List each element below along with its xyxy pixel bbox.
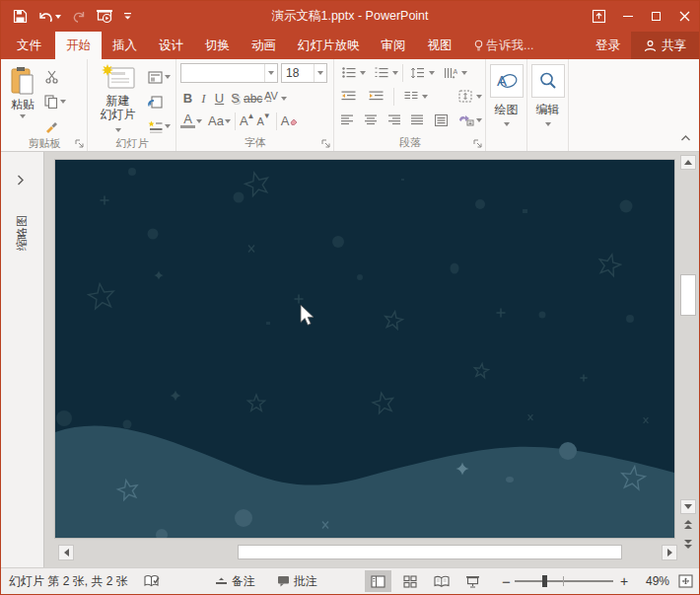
font-name-caret[interactable]	[264, 64, 277, 82]
start-slideshow-icon[interactable]	[93, 6, 116, 28]
maximize-button[interactable]	[642, 1, 670, 32]
tab-slideshow[interactable]: 幻灯片放映	[287, 32, 371, 59]
customize-qat-icon[interactable]	[120, 6, 135, 28]
text-direction-caret[interactable]	[461, 71, 467, 75]
font-name-combobox[interactable]	[180, 63, 278, 83]
share-button[interactable]: 共享	[631, 32, 699, 59]
save-icon[interactable]	[10, 6, 31, 28]
collapse-ribbon-button[interactable]	[680, 131, 691, 145]
strikethrough-button[interactable]: abc	[244, 89, 262, 108]
tab-transitions[interactable]: 切换	[194, 32, 241, 59]
vertical-scrollbar[interactable]	[680, 155, 697, 563]
line-spacing-caret[interactable]	[429, 71, 435, 75]
tell-me-box[interactable]: 告诉我...	[463, 32, 545, 59]
grow-font-button[interactable]: A▲	[240, 112, 256, 130]
ribbon-display-options-icon[interactable]	[585, 1, 613, 32]
zoom-slider-thumb[interactable]	[542, 575, 547, 587]
slide-editing-area[interactable]	[55, 160, 674, 538]
spell-check-button[interactable]	[140, 570, 164, 592]
sign-in-button[interactable]: 登录	[585, 32, 631, 59]
reset-button[interactable]	[146, 92, 173, 112]
reading-view-button[interactable]	[428, 570, 455, 592]
increase-indent-button[interactable]	[366, 87, 386, 107]
font-color-button[interactable]: A	[180, 113, 195, 128]
scroll-right-button[interactable]	[662, 545, 677, 560]
horizontal-scrollbar[interactable]	[58, 545, 677, 560]
align-text-button[interactable]	[455, 87, 475, 107]
clipboard-dialog-launcher[interactable]	[75, 138, 85, 148]
character-spacing-caret[interactable]	[281, 97, 287, 101]
text-direction-button[interactable]: A	[440, 63, 460, 83]
zoom-out-button[interactable]: −	[498, 570, 512, 592]
text-shadow-button[interactable]: S	[228, 89, 243, 108]
slideshow-view-button[interactable]	[459, 570, 486, 592]
expand-pane-chevron-icon[interactable]	[17, 172, 24, 189]
shrink-font-button[interactable]: A▼	[257, 112, 272, 130]
section-caret[interactable]	[165, 124, 171, 128]
align-left-button[interactable]	[338, 111, 357, 130]
character-spacing-button[interactable]: AV	[263, 86, 278, 105]
layout-button[interactable]	[146, 67, 173, 87]
vertical-scroll-thumb[interactable]	[680, 274, 696, 316]
numbering-button[interactable]	[371, 63, 391, 83]
align-text-caret[interactable]	[476, 95, 482, 99]
new-slide-caret[interactable]	[115, 128, 121, 132]
scroll-down-button[interactable]	[680, 499, 696, 514]
change-case-caret[interactable]	[225, 119, 231, 123]
paste-dropdown-caret[interactable]	[20, 114, 26, 118]
bold-button[interactable]: B	[180, 89, 195, 108]
paste-button[interactable]: 粘贴	[5, 62, 40, 136]
group-editing[interactable]: 编辑	[527, 59, 569, 151]
italic-button[interactable]: I	[196, 89, 211, 108]
tab-animations[interactable]: 动画	[241, 32, 287, 59]
distribute-button[interactable]	[432, 111, 451, 130]
columns-button[interactable]	[400, 87, 421, 107]
font-color-caret[interactable]	[196, 119, 202, 123]
tab-home[interactable]: 开始	[55, 32, 102, 59]
decrease-indent-button[interactable]	[338, 87, 359, 107]
tab-insert[interactable]: 插入	[102, 32, 148, 59]
thumbnail-pane-collapsed[interactable]: 缩略图	[1, 152, 44, 567]
font-dialog-launcher[interactable]	[321, 138, 331, 148]
zoom-slider-track[interactable]	[515, 580, 613, 582]
justify-button[interactable]	[408, 111, 427, 130]
fit-slide-to-window-button[interactable]	[678, 574, 693, 588]
font-size-caret[interactable]	[314, 64, 326, 82]
editing-caret[interactable]	[545, 122, 551, 126]
align-right-button[interactable]	[385, 111, 404, 130]
change-case-button[interactable]: Aa	[208, 112, 224, 130]
paragraph-dialog-launcher[interactable]	[473, 138, 483, 148]
line-spacing-button[interactable]	[407, 63, 428, 83]
notes-toggle-button[interactable]: 备注	[211, 570, 259, 592]
undo-icon[interactable]	[35, 6, 64, 28]
scroll-left-button[interactable]	[58, 545, 74, 560]
next-slide-button[interactable]	[680, 537, 696, 552]
font-size-combobox[interactable]: 18	[281, 63, 327, 83]
layout-caret[interactable]	[165, 75, 171, 79]
columns-caret[interactable]	[422, 95, 428, 99]
align-center-button[interactable]	[362, 111, 381, 130]
minimize-button[interactable]	[613, 1, 642, 32]
new-slide-button[interactable]: 新建幻灯片	[92, 62, 144, 136]
tab-review[interactable]: 审阅	[371, 32, 417, 59]
zoom-in-button[interactable]: +	[616, 570, 630, 592]
numbering-caret[interactable]	[392, 71, 398, 75]
slide-number-indicator[interactable]: 幻灯片 第 2 张, 共 2 张	[9, 570, 132, 592]
copy-dropdown-caret[interactable]	[60, 100, 66, 104]
convert-to-smartart-button[interactable]	[456, 111, 475, 130]
section-button[interactable]	[146, 116, 173, 136]
close-button[interactable]	[670, 1, 699, 32]
normal-view-button[interactable]	[365, 570, 391, 592]
tab-file[interactable]: 文件	[3, 32, 55, 59]
group-drawing[interactable]: A 绘图	[486, 59, 527, 151]
zoom-slider[interactable]	[515, 574, 613, 588]
format-painter-button[interactable]	[42, 116, 68, 136]
tab-view[interactable]: 视图	[417, 32, 463, 59]
underline-button[interactable]: U	[212, 89, 227, 108]
tab-design[interactable]: 设计	[148, 32, 194, 59]
undo-dropdown-caret[interactable]	[55, 15, 61, 19]
horizontal-scroll-thumb[interactable]	[238, 545, 622, 559]
clear-formatting-button[interactable]: A	[281, 112, 299, 130]
drawing-caret[interactable]	[504, 122, 510, 126]
cut-button[interactable]	[42, 67, 68, 87]
